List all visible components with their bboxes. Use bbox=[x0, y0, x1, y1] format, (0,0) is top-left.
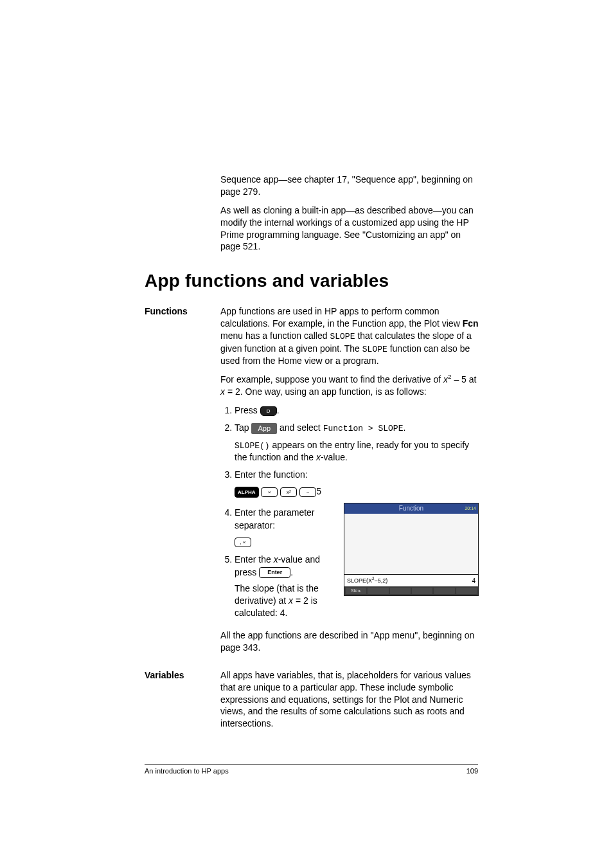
calculator-screenshot: Function 20:14 SLOPE(X2−5,2) 4 Sto ▸ bbox=[344, 503, 479, 596]
fcn-bold: Fcn bbox=[463, 318, 479, 329]
var-x: x bbox=[316, 452, 321, 462]
enter-key-icon: Enter bbox=[259, 567, 290, 578]
text: -value. bbox=[321, 452, 348, 462]
screenshot-softkey-row: Sto ▸ bbox=[344, 586, 478, 595]
text: = 2. One way, using an app function, is … bbox=[225, 386, 427, 397]
intro-p2: As well as cloning a built-in app—as des… bbox=[220, 204, 479, 253]
page-number: 109 bbox=[466, 767, 478, 775]
screenshot-titlebar: Function 20:14 bbox=[344, 503, 478, 514]
slope-call: SLOPE() bbox=[235, 441, 270, 451]
softkey-blank bbox=[390, 588, 411, 594]
minus-key-icon: − bbox=[299, 487, 316, 497]
softkey-blank bbox=[412, 588, 432, 594]
intro-continuation: Sequence app—see chapter 17, "Sequence a… bbox=[220, 174, 479, 253]
var-x: x bbox=[220, 386, 225, 397]
text: – 5 at bbox=[452, 374, 477, 384]
text: and select bbox=[277, 422, 323, 433]
text: Press bbox=[235, 405, 260, 415]
step-2: Tap App and select Function > SLOPE. SLO… bbox=[235, 422, 479, 464]
screenshot-body bbox=[344, 514, 478, 574]
text: Tap bbox=[235, 422, 251, 433]
multiply-key-icon: × bbox=[261, 487, 278, 497]
functions-body: App functions are used in HP apps to per… bbox=[220, 305, 479, 660]
step-3: Enter the function: ALPHA × x² −5 bbox=[235, 469, 479, 498]
variables-p1: All apps have variables, that is, placeh… bbox=[220, 669, 479, 730]
toolbox-key-icon: D bbox=[260, 406, 277, 416]
step-5: Enter the x-value and press Enter. The s… bbox=[235, 554, 335, 619]
steps-list-cont: Enter the parameter separator: , « Enter… bbox=[220, 507, 335, 619]
intro-p1: Sequence app—see chapter 17, "Sequence a… bbox=[220, 174, 479, 198]
left-column: Enter the parameter separator: , « Enter… bbox=[220, 503, 335, 624]
step-4-5-with-screenshot: Enter the parameter separator: , « Enter… bbox=[220, 503, 479, 624]
softkey-blank bbox=[456, 588, 477, 594]
text: −5,2 bbox=[375, 577, 386, 584]
page: Sequence app—see chapter 17, "Sequence a… bbox=[0, 0, 613, 868]
screenshot-time: 20:14 bbox=[465, 503, 476, 514]
variables-section: Variables All apps have variables, that … bbox=[145, 669, 479, 736]
screenshot-expression: SLOPE(X2−5,2) bbox=[347, 577, 387, 584]
footer-title: An introduction to HP apps bbox=[145, 767, 229, 775]
functions-section: Functions App functions are used in HP a… bbox=[145, 305, 479, 660]
text: . bbox=[290, 567, 293, 577]
step-5-sub: The slope (that is the derivative) at x … bbox=[235, 583, 335, 619]
text: For example, suppose you want to find th… bbox=[220, 374, 443, 384]
text: menu has a function called bbox=[220, 330, 330, 341]
screenshot-entry-line: SLOPE(X2−5,2) 4 bbox=[344, 574, 478, 586]
step-2-sub: SLOPE() appears on the entry line, ready… bbox=[235, 439, 479, 464]
page-footer: An introduction to HP apps 109 bbox=[145, 764, 478, 775]
step-4: Enter the parameter separator: , « bbox=[235, 507, 335, 548]
alpha-key-icon: ALPHA bbox=[235, 487, 259, 498]
screenshot-title: Function bbox=[399, 505, 423, 512]
slope-mono-2: SLOPE bbox=[362, 345, 387, 354]
text: Enter the function: bbox=[235, 469, 308, 480]
var-x: x bbox=[289, 595, 293, 606]
functions-closer: All the app functions are described in "… bbox=[220, 629, 479, 654]
variables-body: All apps have variables, that is, placeh… bbox=[220, 669, 479, 736]
functions-p2: For example, suppose you want to find th… bbox=[220, 374, 479, 398]
text: . bbox=[277, 405, 280, 415]
xsquared-key-icon: x² bbox=[280, 487, 297, 497]
functions-label: Functions bbox=[145, 305, 220, 316]
variables-label: Variables bbox=[145, 669, 220, 680]
functions-p1: App functions are used in HP apps to per… bbox=[220, 305, 479, 367]
text: appears on the entry line, ready for you… bbox=[235, 440, 469, 463]
text: App functions are used in HP apps to per… bbox=[220, 306, 463, 329]
slope-mono-1: SLOPE bbox=[330, 332, 355, 341]
app-softkey: App bbox=[251, 423, 277, 434]
content-area: Sequence app—see chapter 17, "Sequence a… bbox=[145, 174, 479, 736]
text: . bbox=[403, 422, 405, 433]
softkey-blank bbox=[368, 588, 388, 594]
section-heading: App functions and variables bbox=[145, 271, 479, 291]
step-1: Press D. bbox=[235, 404, 479, 417]
var-x: x bbox=[274, 554, 278, 565]
comma-key-icon: , « bbox=[235, 538, 251, 547]
softkey-sto: Sto ▸ bbox=[346, 588, 366, 594]
steps-list: Press D. Tap App and select Function > S… bbox=[220, 404, 479, 498]
text: Enter the bbox=[235, 554, 274, 565]
text: 5 bbox=[316, 486, 321, 496]
function-slope-path: Function > SLOPE bbox=[323, 424, 404, 433]
text: Enter the parameter separator: bbox=[235, 507, 315, 530]
step-3-keys: ALPHA × x² −5 bbox=[235, 485, 479, 498]
screenshot-result: 4 bbox=[472, 577, 475, 584]
softkey-blank bbox=[434, 588, 454, 594]
step-4-keys: , « bbox=[235, 536, 335, 548]
text: SLOPE bbox=[347, 577, 366, 584]
